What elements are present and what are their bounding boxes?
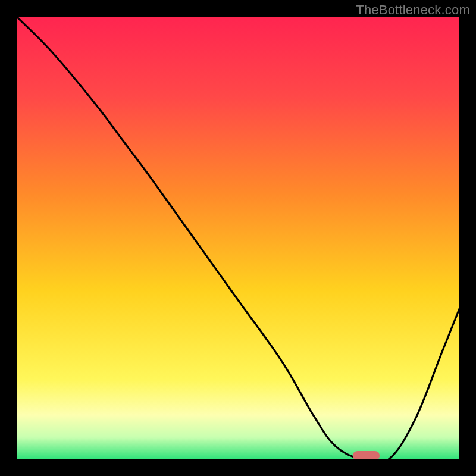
chart-frame: TheBottleneck.com — [0, 0, 476, 476]
optimal-marker — [353, 451, 380, 459]
plot-area — [17, 17, 459, 459]
watermark-text: TheBottleneck.com — [356, 2, 470, 18]
bottleneck-curve — [17, 17, 459, 459]
